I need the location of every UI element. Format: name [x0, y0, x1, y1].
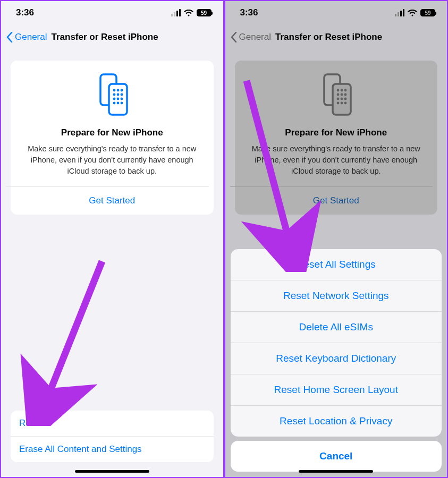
reset-row[interactable]: Reset	[11, 411, 214, 437]
reset-home-screen-layout-option[interactable]: Reset Home Screen Layout	[231, 374, 442, 406]
svg-point-2	[113, 89, 115, 92]
two-iphones-icon	[93, 72, 131, 119]
svg-point-13	[120, 102, 123, 105]
svg-point-5	[113, 93, 115, 96]
wifi-icon	[184, 10, 193, 16]
svg-point-11	[113, 102, 115, 105]
reset-location-privacy-option[interactable]: Reset Location & Privacy	[231, 406, 442, 437]
sheet-group: Reset All Settings Reset Network Setting…	[231, 249, 442, 437]
delete-all-esims-option[interactable]: Delete All eSIMs	[231, 312, 442, 343]
reset-network-settings-option[interactable]: Reset Network Settings	[231, 280, 442, 312]
svg-point-9	[116, 98, 119, 100]
card-heading: Prepare for New iPhone	[61, 127, 163, 138]
status-time: 3:36	[16, 7, 34, 18]
screenshot-right: 3:36 59 General Transfer or Reset iPhone	[224, 0, 449, 478]
reset-all-settings-option[interactable]: Reset All Settings	[231, 249, 442, 280]
status-right: 59	[171, 9, 212, 16]
erase-row[interactable]: Erase All Content and Settings	[11, 437, 214, 462]
svg-point-6	[116, 93, 119, 96]
reset-action-sheet: Reset All Settings Reset Network Setting…	[231, 249, 442, 472]
content-area: Prepare for New iPhone Make sure everyth…	[1, 50, 223, 477]
nav-bar: General Transfer or Reset iPhone	[1, 24, 223, 50]
svg-point-12	[116, 102, 119, 105]
svg-point-8	[113, 98, 115, 100]
screenshot-left: 3:36 59 General Transfer or Reset iPhone	[0, 0, 224, 478]
card-body: Make sure everything's ready to transfer…	[20, 143, 204, 186]
bottom-list: Reset Erase All Content and Settings	[11, 411, 214, 462]
home-indicator	[299, 470, 373, 473]
reset-keyboard-dictionary-option[interactable]: Reset Keyboard Dictionary	[231, 343, 442, 374]
cellular-signal-icon	[171, 9, 181, 16]
get-started-button[interactable]: Get Started	[20, 187, 204, 215]
cancel-button[interactable]: Cancel	[231, 441, 442, 472]
svg-point-4	[120, 89, 123, 92]
back-label: General	[15, 32, 47, 42]
svg-point-3	[116, 89, 119, 92]
battery-icon: 59	[197, 9, 212, 16]
svg-point-7	[120, 93, 123, 96]
svg-point-10	[120, 98, 123, 100]
chevron-left-icon	[6, 32, 13, 42]
back-button[interactable]: General	[6, 32, 47, 42]
status-bar: 3:36 59	[1, 1, 223, 24]
home-indicator	[75, 470, 149, 473]
nav-title: Transfer or Reset iPhone	[51, 32, 158, 42]
prepare-card: Prepare for New iPhone Make sure everyth…	[11, 61, 214, 215]
